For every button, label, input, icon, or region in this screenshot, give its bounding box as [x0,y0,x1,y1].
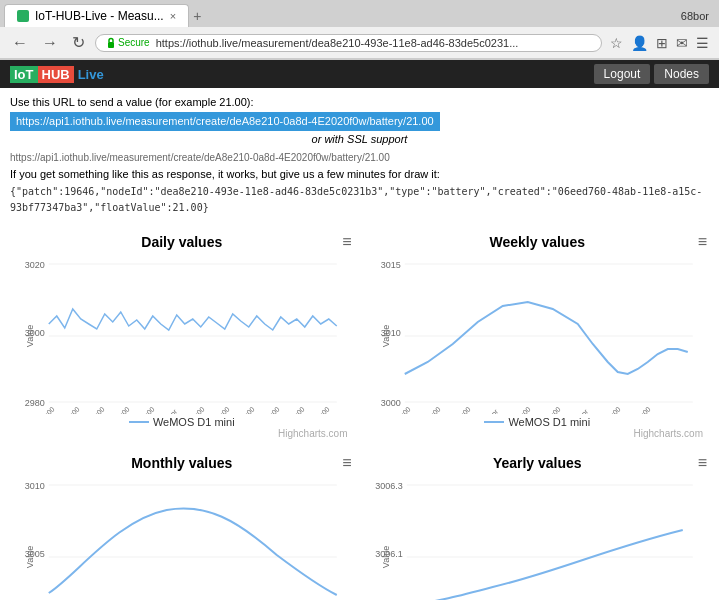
svg-text:02:00: 02:00 [188,405,205,414]
svg-text:10:00: 10:00 [288,405,305,414]
tab-close-btn[interactable]: × [170,10,176,22]
svg-text:08:00: 08:00 [263,405,280,414]
ssl-label: or with SSL support [10,131,709,149]
svg-text:Apr: Apr [576,407,590,414]
svg-text:08:00: 08:00 [544,405,561,414]
tab-bar: IoT-HUB-Live - Measu... × + 68bor [0,0,719,27]
svg-text:04:00: 04:00 [514,405,531,414]
chart-monthly: Monthly values ≡ 3010 3005 3000 Value 10… [8,451,356,600]
svg-text:2980: 2980 [25,398,45,408]
header-buttons: Logout Nodes [594,64,709,84]
chart-weekly-title-row: Weekly values ≡ [368,234,708,250]
chart-weekly-menu[interactable]: ≡ [698,233,707,251]
chart-weekly-credit: Highcharts.com [368,428,708,439]
svg-text:06:00: 06:00 [238,405,255,414]
chart-weekly-legend: WeMOS D1 mini [368,416,708,428]
nodes-button[interactable]: Nodes [654,64,709,84]
ssl-url: https://api1.iothub.live/measurement/cre… [10,152,390,163]
svg-text:3010: 3010 [25,481,45,491]
instruction-line2: If you get something like this as respon… [10,166,709,184]
chart-yearly-area: 3006.3 3006.1 3006 Value 26 Apr 02 Apr 0… [368,475,708,600]
secure-badge: Secure [106,37,150,49]
svg-text:3020: 3020 [25,260,45,270]
instructions-section: Use this URL to send a value (for exampl… [0,88,719,222]
svg-text:Value: Value [380,325,390,347]
svg-text:16:00: 16:00 [63,405,80,414]
url-display: https://iothub.live/measurement/dea8e210… [156,37,591,49]
svg-text:Apr: Apr [486,407,500,414]
chart-monthly-title-row: Monthly values ≡ [12,455,352,471]
app-header: IoT HUB Live Logout Nodes [0,60,719,88]
nav-icons: ☆ 👤 ⊞ ✉ ☰ [608,33,711,53]
chart-daily-area: 3020 3000 2980 Value 14:00 16:00 18:00 2… [12,254,352,414]
svg-text:20:00: 20:00 [113,405,130,414]
svg-text:08:00: 08:00 [634,405,651,414]
chart-daily: Daily values ≡ 3020 3000 2980 Value [8,230,356,443]
logo-live: Live [74,66,108,83]
chart-yearly-title: Yearly values [493,455,582,471]
chart-weekly-area: 3015 3010 3000 Value 12:00 16:00 20:00 A… [368,254,708,414]
chart-daily-svg: 3020 3000 2980 Value 14:00 16:00 18:00 2… [12,254,352,414]
legend-label: WeMOS D1 mini [153,416,235,428]
chart-daily-legend: WeMOS D1 mini [12,416,352,428]
svg-text:12:00: 12:00 [313,405,330,414]
svg-text:3000: 3000 [380,398,400,408]
chart-yearly-svg: 3006.3 3006.1 3006 Value 26 Apr 02 Apr 0… [368,475,708,600]
back-button[interactable]: ← [8,32,32,54]
svg-text:3006.3: 3006.3 [375,481,403,491]
chart-yearly-menu[interactable]: ≡ [698,454,707,472]
forward-button[interactable]: → [38,32,62,54]
logo-iot: IoT [10,66,38,83]
tab-favicon [17,10,29,22]
refresh-button[interactable]: ↻ [68,31,89,54]
profile-icon[interactable]: 👤 [629,33,650,53]
bookmark-icon[interactable]: ☆ [608,33,625,53]
chart-daily-title-row: Daily values ≡ [12,234,352,250]
browser-tab[interactable]: IoT-HUB-Live - Measu... × [4,4,189,27]
svg-text:16:00: 16:00 [424,405,441,414]
svg-text:18:00: 18:00 [88,405,105,414]
svg-text:Value: Value [380,546,390,568]
chart-weekly-title: Weekly values [490,234,585,250]
chart-weekly-svg: 3015 3010 3000 Value 12:00 16:00 20:00 A… [368,254,708,414]
legend-line-icon [129,421,149,423]
chart-yearly: Yearly values ≡ 3006.3 3006.1 3006 Value… [364,451,712,600]
svg-text:Value: Value [25,546,35,568]
mail-icon[interactable]: ✉ [674,33,690,53]
menu-icon[interactable]: ☰ [694,33,711,53]
response-example: {"patch":19646,"nodeId":"dea8e210-493e-1… [10,184,709,216]
legend-line-icon [484,421,504,423]
svg-text:Value: Value [25,325,35,347]
nav-bar: ← → ↻ Secure https://iothub.live/measure… [0,27,719,59]
charts-container: Daily values ≡ 3020 3000 2980 Value [0,222,719,600]
chart-monthly-svg: 3010 3005 3000 Value 10:00 12:00 16:00 2… [12,475,352,600]
browser-chrome: IoT-HUB-Live - Measu... × + 68bor ← → ↻ … [0,0,719,60]
svg-text:04:00: 04:00 [213,405,230,414]
logo-hub: HUB [38,66,74,83]
svg-text:04:00: 04:00 [604,405,621,414]
chart-monthly-title: Monthly values [131,455,232,471]
legend-label: WeMOS D1 mini [508,416,590,428]
new-tab-btn[interactable]: + [193,8,201,24]
chart-monthly-menu[interactable]: ≡ [342,454,351,472]
tab-title: IoT-HUB-Live - Measu... [35,9,164,23]
chart-daily-credit: Highcharts.com [12,428,352,439]
chart-yearly-title-row: Yearly values ≡ [368,455,708,471]
api-url-link[interactable]: https://api1.iothub.live/measurement/cre… [10,112,440,132]
instruction-line1: Use this URL to send a value (for exampl… [10,94,709,112]
chart-daily-menu[interactable]: ≡ [342,233,351,251]
svg-text:20:00: 20:00 [454,405,471,414]
window-controls: 68bor [675,8,715,24]
logo: IoT HUB Live [10,66,108,83]
svg-text:22:00: 22:00 [138,405,155,414]
secure-label: Secure [118,37,150,48]
chart-daily-title: Daily values [141,234,222,250]
svg-rect-0 [108,42,114,48]
address-bar[interactable]: Secure https://iothub.live/measurement/d… [95,34,602,52]
logout-button[interactable]: Logout [594,64,651,84]
svg-text:Apr: Apr [166,407,180,414]
extensions-icon[interactable]: ⊞ [654,33,670,53]
chart-monthly-area: 3010 3005 3000 Value 10:00 12:00 16:00 2… [12,475,352,600]
chart-weekly: Weekly values ≡ 3015 3010 3000 Value 12:… [364,230,712,443]
svg-text:3015: 3015 [380,260,400,270]
